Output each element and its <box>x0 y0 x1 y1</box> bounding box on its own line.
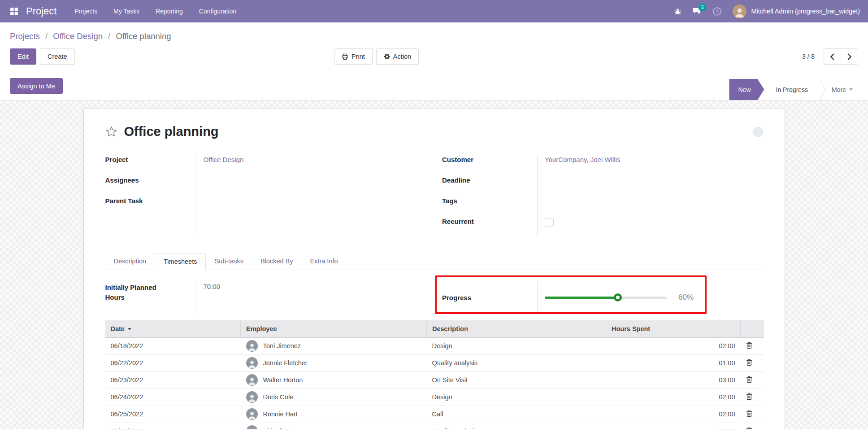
breadcrumb-projects[interactable]: Projects <box>10 31 40 41</box>
field-label-recurrent: Recurrent <box>442 218 474 225</box>
kanban-state-icon[interactable] <box>753 127 763 137</box>
breadcrumb-office-design[interactable]: Office Design <box>53 31 103 41</box>
debug-bug-icon[interactable] <box>674 8 681 15</box>
field-value-project[interactable]: Office Design <box>204 156 244 163</box>
employee-avatar <box>246 425 258 429</box>
delete-row-button[interactable] <box>746 342 752 349</box>
cell-date: 07/05/2022 <box>105 423 241 429</box>
user-menu[interactable]: Mitchell Admin (progress_bar_widget) <box>733 4 860 18</box>
table-row[interactable]: 07/05/2022 Abigail Peterson Quality anal… <box>105 423 764 429</box>
cell-description: Call <box>427 406 606 423</box>
trash-icon <box>746 410 752 417</box>
pager-next-button[interactable] <box>841 48 858 65</box>
progress-slider[interactable] <box>545 293 667 301</box>
gear-icon <box>384 53 390 60</box>
cell-delete <box>741 337 764 354</box>
tab-description[interactable]: Description <box>105 253 155 270</box>
field-groups: Project Assignees Parent Task Office Des… <box>105 154 763 237</box>
favorite-star-icon[interactable] <box>105 126 117 138</box>
field-value-tags <box>545 196 763 216</box>
cell-description: Quality analysis <box>427 354 606 371</box>
trash-icon <box>746 342 752 349</box>
field-label-deadline: Deadline <box>442 176 470 184</box>
table-row[interactable]: 06/18/2022 Toni Jimenez Design 02:00 <box>105 337 764 354</box>
planned-hours-label: Initially Planned Hours <box>105 283 173 302</box>
person-silhouette-icon <box>247 410 257 420</box>
field-group-left: Project Assignees Parent Task Office Des… <box>105 154 426 237</box>
field-value-customer[interactable]: YourCompany, Joel Willis <box>545 156 620 163</box>
action-button[interactable]: Action <box>376 48 419 65</box>
edit-button[interactable]: Edit <box>10 48 36 65</box>
delete-row-button[interactable] <box>746 427 752 430</box>
column-header-employee[interactable]: Employee <box>241 320 427 337</box>
chevron-down-icon <box>849 88 853 91</box>
task-title: Office planning <box>124 124 219 139</box>
table-row[interactable]: 06/25/2022 Ronnie Hart Call 02:00 <box>105 406 764 423</box>
stage-in-progress[interactable]: In Progress <box>764 79 820 100</box>
apps-grid-icon <box>10 7 18 16</box>
stage-more-label: More <box>832 86 846 93</box>
menu-configuration[interactable]: Configuration <box>199 8 236 15</box>
activities-clock-button[interactable] <box>712 7 722 16</box>
field-label-customer: Customer <box>442 156 473 163</box>
table-row[interactable]: 06/22/2022 Jennie Fletcher Quality analy… <box>105 354 764 371</box>
recurrent-checkbox[interactable] <box>545 218 554 227</box>
menu-reporting[interactable]: Reporting <box>156 8 183 15</box>
employee-name: Toni Jimenez <box>263 342 301 349</box>
delete-row-button[interactable] <box>746 393 752 400</box>
delete-row-button[interactable] <box>746 376 752 383</box>
print-button[interactable]: Print <box>334 48 373 65</box>
form-view-background: Office planning Project Assignees Parent… <box>0 100 868 429</box>
stage-new[interactable]: New <box>729 79 764 100</box>
tab-timesheets[interactable]: Timesheets <box>155 253 206 270</box>
messages-button[interactable]: 5 <box>692 7 702 16</box>
cell-delete <box>741 389 764 406</box>
field-label-tags: Tags <box>442 197 457 205</box>
user-avatar <box>733 4 746 18</box>
delete-row-button[interactable] <box>746 359 752 366</box>
tab-blocked-by[interactable]: Blocked By <box>252 253 302 270</box>
tab-extra-info[interactable]: Extra Info <box>301 253 346 270</box>
cell-hours-spent: 02:00 <box>606 337 741 354</box>
cell-employee: Doris Cole <box>241 389 427 406</box>
employee-name: Doris Cole <box>263 393 294 401</box>
progress-fill <box>545 297 618 299</box>
navbar-systray: 5 Mitchell Admin (progress_bar_widget) <box>674 4 860 18</box>
cell-description: Quality analysis <box>427 423 606 429</box>
cell-delete <box>741 371 764 389</box>
title-row: Office planning <box>105 124 763 139</box>
menu-projects[interactable]: Projects <box>74 8 97 15</box>
stage-separator-chevron-icon <box>820 79 826 100</box>
person-silhouette-icon <box>733 6 746 18</box>
column-header-date[interactable]: Date <box>105 320 241 337</box>
pager-previous-button[interactable] <box>824 48 841 65</box>
cell-date: 06/24/2022 <box>105 389 241 406</box>
create-button[interactable]: Create <box>40 48 75 65</box>
apps-menu-icon[interactable] <box>8 5 20 17</box>
sort-desc-icon <box>128 328 131 330</box>
person-silhouette-icon <box>247 393 257 403</box>
column-header-hours-spent[interactable]: Hours Spent <box>606 320 741 337</box>
stage-widget: New In Progress More <box>729 79 858 100</box>
employee-name: Jennie Fletcher <box>263 359 308 367</box>
menu-my-tasks[interactable]: My Tasks <box>113 8 139 15</box>
column-header-description[interactable]: Description <box>427 320 606 337</box>
tab-sub-tasks[interactable]: Sub-tasks <box>206 253 252 270</box>
table-body: 06/18/2022 Toni Jimenez Design 02:00 <box>105 337 764 429</box>
status-bar: Assign to Me New In Progress More <box>0 72 868 100</box>
assign-to-me-button[interactable]: Assign to Me <box>10 78 63 94</box>
progress-handle[interactable] <box>614 293 622 301</box>
pager: 3 / 8 <box>802 48 858 65</box>
cell-delete <box>741 354 764 371</box>
form-sheet: Office planning Project Assignees Parent… <box>83 109 785 429</box>
delete-row-button[interactable] <box>746 410 752 417</box>
table-row[interactable]: 06/24/2022 Doris Cole Design 02:00 <box>105 389 764 406</box>
progress-group: Progress 60% <box>442 281 763 314</box>
app-title[interactable]: Project <box>26 5 56 17</box>
pager-buttons <box>824 48 858 65</box>
trash-icon <box>746 376 752 383</box>
cell-description: Design <box>427 337 606 354</box>
table-row[interactable]: 06/23/2022 Walter Horton On Site Visit 0… <box>105 371 764 389</box>
employee-avatar <box>246 357 258 369</box>
stage-more-dropdown[interactable]: More <box>826 79 858 100</box>
